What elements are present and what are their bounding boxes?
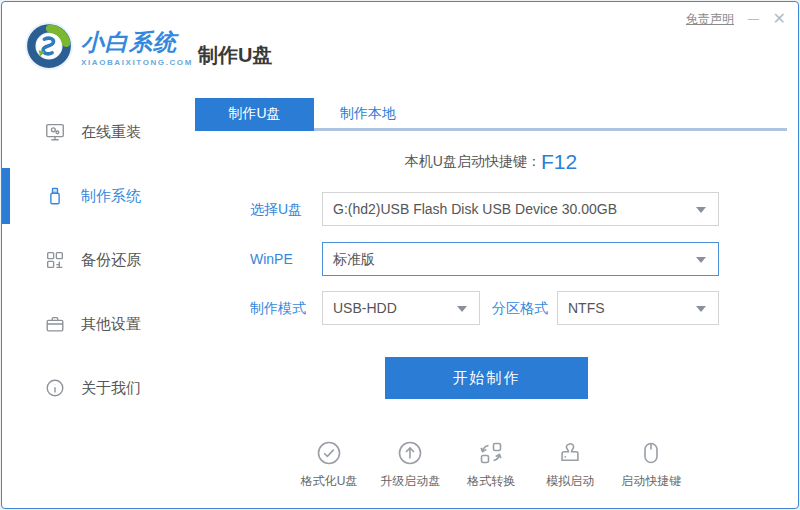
app-window: 免责声明 ─ ✕ 小白系统 XIAOBAIXITONG.COM 制作U盘 [1,1,799,509]
partition-format-dropdown[interactable]: NTFS [557,291,719,325]
bottom-toolbar: 格式化U盘 升级启动盘 格式转换 [195,439,787,490]
make-mode-dropdown[interactable]: USB-HDD [322,291,480,325]
chevron-down-icon [696,306,706,312]
usb-select-label: 选择U盘 [250,192,302,226]
sidebar-item-label: 备份还原 [81,251,141,270]
tool-label: 模拟启动 [546,473,594,490]
tool-label: 格式转换 [467,473,515,490]
make-mode-value: USB-HDD [333,300,397,316]
stamp-icon [556,439,584,467]
make-mode-label: 制作模式 [250,291,306,325]
briefcase-icon [44,313,66,335]
tool-label: 升级启动盘 [380,473,440,490]
sidebar-item-label: 在线重装 [81,123,141,142]
chevron-down-icon [457,306,467,312]
disclaimer-link[interactable]: 免责声明 [686,11,734,28]
tool-simulate-boot[interactable]: 模拟启动 [542,439,598,490]
minimize-icon[interactable]: ─ [748,10,759,28]
tool-format-convert[interactable]: 格式转换 [463,439,519,490]
chevron-down-icon [696,257,706,263]
tab-make-usb[interactable]: 制作U盘 [195,98,314,128]
tab-bar: 制作U盘 制作本地 [195,98,404,128]
sidebar-item-other-settings[interactable]: 其他设置 [2,292,188,356]
tool-upgrade-boot-disk[interactable]: 升级启动盘 [380,439,440,490]
winpe-value: 标准版 [333,251,375,267]
monitor-gears-icon [44,121,66,143]
sidebar-item-online-reinstall[interactable]: 在线重装 [2,100,188,164]
tool-label: 启动快捷键 [621,473,681,490]
close-icon[interactable]: ✕ [773,10,786,28]
boot-hotkey-label: 本机U盘启动快捷键： [405,153,541,169]
info-circle-icon [44,377,66,399]
sidebar-item-about-us[interactable]: 关于我们 [2,356,188,420]
sidebar-item-make-system[interactable]: 制作系统 [2,164,188,228]
arrow-up-circle-icon [396,439,424,467]
usb-drive-icon [44,185,66,207]
boot-hotkey-value: F12 [541,150,577,173]
sidebar-item-label: 制作系统 [81,187,141,206]
mouse-icon [637,439,665,467]
sidebar: 在线重装 制作系统 备份还原 [2,100,188,420]
brand-logo-icon [24,21,74,75]
sidebar-item-label: 关于我们 [81,379,141,398]
usb-select-dropdown[interactable]: G:(hd2)USB Flash Disk USB Device 30.00GB [322,192,719,226]
convert-icon [477,439,505,467]
brand-logo: 小白系统 XIAOBAIXITONG.COM [24,21,193,75]
partition-format-label: 分区格式 [492,291,548,325]
start-make-button[interactable]: 开始制作 [385,357,588,399]
winpe-dropdown[interactable]: 标准版 [322,242,719,276]
window-controls: 免责声明 ─ ✕ [686,10,786,28]
brand-domain: XIAOBAIXITONG.COM [81,58,193,67]
tool-boot-hotkey[interactable]: 启动快捷键 [621,439,681,490]
tool-label: 格式化U盘 [301,473,358,490]
partition-format-value: NTFS [568,300,605,316]
chevron-down-icon [696,207,706,213]
sidebar-item-backup-restore[interactable]: 备份还原 [2,228,188,292]
tab-underline [195,128,787,131]
tool-format-usb[interactable]: 格式化U盘 [301,439,358,490]
backup-grid-icon [44,249,66,271]
usb-select-value: G:(hd2)USB Flash Disk USB Device 30.00GB [333,201,617,217]
sidebar-item-label: 其他设置 [81,315,141,334]
check-circle-icon [315,439,343,467]
boot-hotkey-line: 本机U盘启动快捷键：F12 [195,150,787,174]
brand-text: 小白系统 XIAOBAIXITONG.COM [81,29,193,67]
page-title: 制作U盘 [198,42,272,69]
winpe-label: WinPE [250,242,293,276]
brand-name: 小白系统 [81,29,193,55]
tab-make-local[interactable]: 制作本地 [314,98,404,128]
